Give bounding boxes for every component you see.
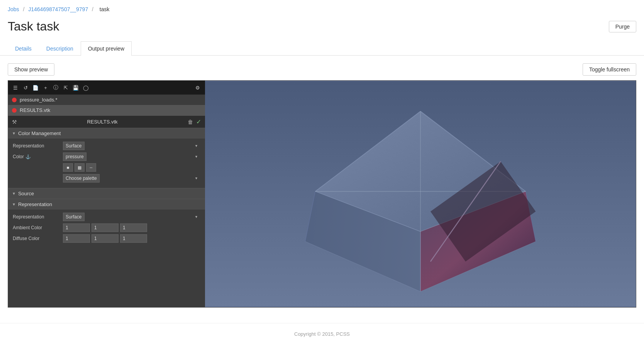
ambient-label: Ambient Color bbox=[13, 225, 63, 230]
expand-icon[interactable]: ⇱ bbox=[61, 83, 70, 92]
diffuse-inputs: 1 1 1 bbox=[63, 234, 200, 243]
lines-icon[interactable]: ☰ bbox=[11, 83, 20, 92]
save-icon[interactable]: 💾 bbox=[71, 83, 80, 92]
color-management-collapse-icon: ▼ bbox=[12, 131, 16, 135]
color-label-wrapper: Color ⚓ bbox=[13, 154, 63, 159]
color-select[interactable]: pressure bbox=[63, 152, 86, 161]
color-pickers-row: ■ ▩ ↔ bbox=[63, 163, 200, 172]
file-item-results[interactable]: RESULTS.vtk bbox=[8, 105, 205, 115]
file-name-results: RESULTS.vtk bbox=[20, 107, 50, 113]
file-dot-pressure bbox=[12, 98, 17, 102]
breadcrumb-separator-1: / bbox=[23, 6, 26, 12]
props-check-icon[interactable]: ✓ bbox=[196, 118, 201, 125]
tab-details[interactable]: Details bbox=[8, 41, 39, 56]
color-gradient-btn[interactable]: ▩ bbox=[75, 163, 85, 172]
toggle-fullscreen-button[interactable]: Toggle fullscreen bbox=[583, 63, 636, 76]
source-title: Source bbox=[18, 191, 34, 196]
props-delete-icon[interactable]: 🗑 bbox=[188, 119, 193, 125]
clock-icon[interactable]: ◯ bbox=[81, 83, 90, 92]
diffuse-r-input[interactable]: 1 bbox=[63, 234, 90, 243]
output-area: Show preview Toggle fullscreen ☰ ↺ 📄 + ⓘ… bbox=[0, 56, 644, 315]
rep-representation-select[interactable]: Surface bbox=[63, 213, 85, 221]
info-icon[interactable]: ⓘ bbox=[51, 83, 60, 92]
add-icon[interactable]: + bbox=[41, 83, 50, 92]
show-preview-button[interactable]: Show preview bbox=[8, 63, 54, 76]
breadcrumb-separator-2: / bbox=[92, 6, 95, 12]
palette-row: Choose palette bbox=[13, 174, 200, 183]
representation-section-body: Representation Surface Ambient Color 1 1 bbox=[8, 210, 205, 248]
color-select-wrapper: pressure bbox=[63, 152, 200, 161]
tab-description[interactable]: Description bbox=[39, 41, 81, 56]
tabs-container: Details Description Output preview bbox=[0, 41, 644, 56]
rep-representation-label: Representation bbox=[13, 214, 63, 220]
color-bookmark-icon: ⚓ bbox=[25, 154, 31, 159]
ambient-row: Ambient Color 1 1 1 bbox=[13, 223, 200, 232]
color-management-section: ▼ Color Management Representation Surfac… bbox=[8, 128, 205, 188]
diffuse-g-input[interactable]: 1 bbox=[92, 234, 119, 243]
file-icon[interactable]: 📄 bbox=[31, 83, 40, 92]
pv-props-header: ⚒ RESULTS.vtk 🗑 ✓ bbox=[8, 115, 205, 128]
rep-representation-row: Representation Surface bbox=[13, 213, 200, 221]
paraview-container: ☰ ↺ 📄 + ⓘ ⇱ 💾 ◯ ⚙ pressure_loads.* RESUL… bbox=[8, 80, 636, 308]
ambient-inputs: 1 1 1 bbox=[63, 223, 200, 232]
representation-select-wrapper: Surface bbox=[63, 142, 200, 150]
source-header[interactable]: ▼ Source bbox=[8, 188, 205, 199]
color-rescale-btn[interactable]: ↔ bbox=[86, 163, 96, 172]
breadcrumb-current: task bbox=[100, 6, 110, 12]
cursor-icon[interactable]: ↺ bbox=[21, 83, 30, 92]
pv-file-list: pressure_loads.* RESULTS.vtk bbox=[8, 95, 205, 115]
color-management-body: Representation Surface Color ⚓ bbox=[8, 139, 205, 188]
representation-row: Representation Surface bbox=[13, 142, 200, 150]
color-label: Color ⚓ bbox=[13, 154, 63, 159]
representation-section: ▼ Representation Representation Surface … bbox=[8, 199, 205, 248]
color-row: Color ⚓ pressure bbox=[13, 152, 200, 161]
representation-section-header[interactable]: ▼ Representation bbox=[8, 199, 205, 210]
output-controls: Show preview Toggle fullscreen bbox=[8, 63, 636, 76]
file-dot-results bbox=[12, 108, 17, 113]
diffuse-b-input[interactable]: 1 bbox=[120, 234, 147, 243]
footer-text: Copyright © 2015, PCSS bbox=[294, 331, 350, 337]
file-item-pressure[interactable]: pressure_loads.* bbox=[8, 95, 205, 105]
pv-toolbar: ☰ ↺ 📄 + ⓘ ⇱ 💾 ◯ ⚙ bbox=[8, 81, 205, 95]
page-title: Task task bbox=[8, 19, 59, 34]
breadcrumb-jobs-link[interactable]: Jobs bbox=[8, 6, 19, 12]
gear-icon[interactable]: ⚙ bbox=[193, 83, 202, 92]
viewport-svg bbox=[205, 81, 636, 307]
breadcrumb: Jobs / J1464698747507__9797 / task bbox=[0, 0, 644, 15]
pv-viewport[interactable] bbox=[205, 81, 636, 307]
representation-section-title: Representation bbox=[18, 201, 52, 207]
ambient-g-input[interactable]: 1 bbox=[92, 223, 119, 232]
palette-select-wrapper: Choose palette bbox=[63, 174, 200, 183]
rep-representation-select-wrapper: Surface bbox=[63, 213, 200, 221]
tab-output-preview[interactable]: Output preview bbox=[81, 41, 132, 56]
source-section: ▼ Source bbox=[8, 188, 205, 199]
props-wrench-icon[interactable]: ⚒ bbox=[12, 119, 17, 125]
color-management-header[interactable]: ▼ Color Management bbox=[8, 128, 205, 139]
color-solid-btn[interactable]: ■ bbox=[63, 163, 73, 172]
diffuse-row: Diffuse Color 1 1 1 bbox=[13, 234, 200, 243]
props-title: RESULTS.vtk bbox=[20, 119, 185, 125]
file-name-pressure: pressure_loads.* bbox=[20, 97, 58, 103]
breadcrumb-job-id-link[interactable]: J1464698747507__9797 bbox=[28, 6, 88, 12]
diffuse-label: Diffuse Color bbox=[13, 236, 63, 241]
ambient-r-input[interactable]: 1 bbox=[63, 223, 90, 232]
source-collapse-icon: ▼ bbox=[12, 191, 16, 196]
ambient-b-input[interactable]: 1 bbox=[120, 223, 147, 232]
page-header: Task task Purge bbox=[0, 15, 644, 41]
color-management-title: Color Management bbox=[18, 130, 61, 136]
palette-select[interactable]: Choose palette bbox=[63, 174, 100, 183]
representation-select[interactable]: Surface bbox=[63, 142, 85, 150]
footer: Copyright © 2015, PCSS bbox=[0, 323, 644, 345]
pv-sidebar: ☰ ↺ 📄 + ⓘ ⇱ 💾 ◯ ⚙ pressure_loads.* RESUL… bbox=[8, 81, 205, 307]
representation-section-collapse-icon: ▼ bbox=[12, 202, 16, 206]
representation-label: Representation bbox=[13, 143, 63, 149]
purge-button[interactable]: Purge bbox=[609, 21, 636, 32]
color-label-text: Color bbox=[13, 154, 24, 159]
